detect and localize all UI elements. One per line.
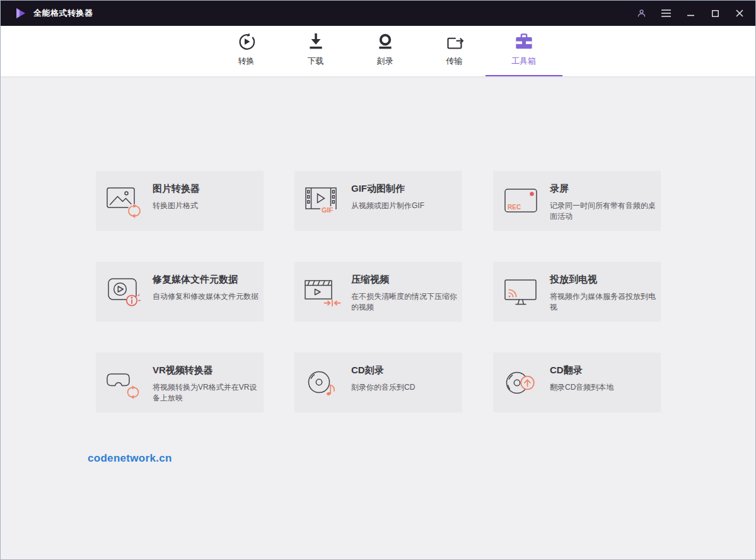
tool-title: 图片转换器 xyxy=(153,183,259,195)
tool-title: 压缩视频 xyxy=(351,274,457,286)
app-title: 全能格式转换器 xyxy=(33,8,93,19)
tool-card-cast-tv[interactable]: 投放到电视 将视频作为媒体服务器投放到电视 xyxy=(493,262,661,322)
tool-desc: 刻录你的音乐到CD xyxy=(351,382,457,393)
maximize-button[interactable] xyxy=(709,8,721,19)
toolbox-content: 图片转换器 转换图片格式 xyxy=(1,76,755,559)
tool-desc: 转换图片格式 xyxy=(153,201,259,211)
tab-transfer[interactable]: 传输 xyxy=(420,26,489,76)
tab-toolbox[interactable]: 工具箱 xyxy=(489,26,559,76)
tool-card-compress-video[interactable]: 压缩视频 在不损失清晰度的情况下压缩你的视频 xyxy=(294,262,462,322)
transfer-icon xyxy=(445,30,464,53)
compress-video-icon xyxy=(302,276,344,308)
close-button[interactable] xyxy=(734,8,745,19)
tool-card-vr-converter[interactable]: VR视频转换器 将视频转换为VR格式并在VR设备上放映 xyxy=(96,353,264,412)
tool-title: GIF动图制作 xyxy=(351,183,457,195)
tab-download-label: 下载 xyxy=(308,55,324,67)
tool-card-cd-burn[interactable]: CD刻录 刻录你的音乐到CD xyxy=(294,353,462,412)
tool-desc: 将视频转换为VR格式并在VR设备上放映 xyxy=(153,382,259,404)
app-logo-icon xyxy=(15,7,27,20)
tab-burn-label: 刻录 xyxy=(377,55,393,67)
cd-rip-icon xyxy=(501,366,542,400)
nav-tabs: 转换 下载 刻录 xyxy=(212,26,559,76)
tool-title: VR视频转换器 xyxy=(153,365,259,376)
watermark-text: codenetwork.cn xyxy=(88,452,172,465)
image-converter-icon xyxy=(103,182,145,220)
screen-record-icon: REC xyxy=(501,187,542,216)
account-icon[interactable] xyxy=(636,8,647,19)
tool-card-cd-rip[interactable]: CD翻录 翻录CD音频到本地 xyxy=(493,353,661,412)
tab-toolbox-label: 工具箱 xyxy=(511,55,536,67)
toolbox-icon xyxy=(514,30,534,53)
download-icon xyxy=(307,30,325,53)
tool-title: 修复媒体文件元数据 xyxy=(153,274,259,286)
tab-transfer-label: 传输 xyxy=(446,55,463,67)
gif-text: GIF xyxy=(322,206,334,214)
tool-desc: 翻录CD音频到本地 xyxy=(550,382,656,393)
tool-card-image-converter[interactable]: 图片转换器 转换图片格式 xyxy=(96,171,264,231)
burn-icon xyxy=(376,30,394,53)
convert-icon xyxy=(237,30,256,53)
menu-icon[interactable] xyxy=(660,8,672,19)
tool-desc: 从视频或图片制作GIF xyxy=(351,201,457,211)
tool-card-fix-metadata[interactable]: 修复媒体文件元数据 自动修复和修改媒体文件元数据 xyxy=(96,262,264,322)
tool-card-gif-maker[interactable]: GIF GIF动图制作 从视频或图片制作GIF xyxy=(294,171,462,231)
minimize-button[interactable] xyxy=(685,8,696,19)
tab-convert[interactable]: 转换 xyxy=(212,26,281,76)
tool-desc: 记录同一时间所有带有音频的桌面活动 xyxy=(550,201,656,222)
titlebar: 全能格式转换器 xyxy=(1,1,755,26)
tab-burn[interactable]: 刻录 xyxy=(351,26,420,76)
tool-card-screen-record[interactable]: REC 录屏 记录同一时间所有带有音频的桌面活动 xyxy=(493,171,661,231)
tab-download[interactable]: 下载 xyxy=(281,26,351,76)
tool-title: 投放到电视 xyxy=(550,274,656,286)
fix-metadata-icon xyxy=(103,276,145,308)
cast-tv-icon xyxy=(501,277,542,307)
tool-desc: 自动修复和修改媒体文件元数据 xyxy=(153,291,259,302)
tool-desc: 将视频作为媒体服务器投放到电视 xyxy=(550,291,656,313)
cd-burn-icon xyxy=(302,366,344,400)
titlebar-controls xyxy=(636,8,745,19)
tool-desc: 在不损失清晰度的情况下压缩你的视频 xyxy=(351,291,457,313)
nav-bar: 转换 下载 刻录 xyxy=(1,26,755,76)
gif-maker-icon: GIF xyxy=(302,185,344,218)
tool-title: CD翻录 xyxy=(550,365,656,376)
tool-grid: 图片转换器 转换图片格式 xyxy=(96,171,755,412)
app-window: 全能格式转换器 xyxy=(0,0,756,560)
tab-convert-label: 转换 xyxy=(238,55,255,67)
tool-title: CD刻录 xyxy=(351,365,457,376)
vr-converter-icon xyxy=(103,365,145,400)
rec-text: REC xyxy=(508,204,521,211)
tool-title: 录屏 xyxy=(550,183,656,195)
